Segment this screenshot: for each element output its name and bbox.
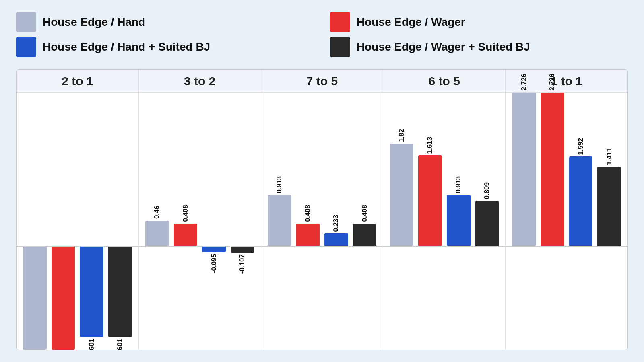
bar-wrapper-3-0: 1.82 xyxy=(389,93,414,350)
bar-label-2-2: 0.233 xyxy=(332,215,340,232)
bars-container-3: 1.821.6130.9130.809 xyxy=(383,93,505,350)
header-text-0: 2 to 1 xyxy=(62,74,93,88)
legend-item-wager: House Edge / Wager xyxy=(330,12,628,32)
bar-wrapper-1-1: 0.408 xyxy=(173,93,198,350)
bar-label-1-2: -0.095 xyxy=(210,254,218,273)
bar-label-3-0: 1.82 xyxy=(398,129,406,142)
bar-wrapper-0-3: -1.601 xyxy=(107,93,133,350)
bar-wrapper-2-1: 0.408 xyxy=(295,93,320,350)
bar-wrapper-3-1: 1.613 xyxy=(417,93,443,350)
bar-label-2-1: 0.408 xyxy=(304,205,312,222)
bar-label-2-0: 0.913 xyxy=(275,176,283,193)
zero-line-0 xyxy=(17,246,138,247)
bar-wrapper-4-2: 1.592 xyxy=(568,93,594,350)
bar-wrapper-1-0: 0.46 xyxy=(144,93,170,350)
bar-label-4-0: 2.726 xyxy=(520,74,528,91)
bar-wrapper-1-3: -0.107 xyxy=(230,93,255,350)
bar-label-4-2: 1.592 xyxy=(577,138,585,155)
bar-wrapper-4-3: 1.411 xyxy=(597,93,622,350)
bars-container-4: 2.7262.7261.5921.411 xyxy=(506,93,627,350)
legend-swatch-wager xyxy=(330,12,350,32)
bar-label-3-1: 1.613 xyxy=(426,137,434,154)
bar-wrapper-4-0: 2.726 xyxy=(511,93,537,350)
zero-line-3 xyxy=(383,246,505,247)
bar-wrapper-2-0: 0.913 xyxy=(267,93,292,350)
bar-label-2-3: 0.408 xyxy=(361,205,369,222)
bar-label-3-2: 0.913 xyxy=(454,176,462,193)
legend-swatch-wager-suited xyxy=(330,37,350,57)
bar-label-1-0: 0.46 xyxy=(153,206,161,219)
bar-label-1-3: -0.107 xyxy=(238,254,246,274)
legend-item-wager-suited: House Edge / Wager + Suited BJ xyxy=(330,37,628,57)
chart-col-3: 1.821.6130.9130.809 xyxy=(383,93,506,350)
legend: House Edge / Hand House Edge / Wager Hou… xyxy=(16,12,628,57)
chart-col-0: -1.82-1.82-1.601-1.601 xyxy=(17,93,139,350)
chart-col-1: 0.460.408-0.095-0.107 xyxy=(139,93,261,350)
bar-wrapper-1-2: -0.095 xyxy=(201,93,227,350)
bar-label-4-1: 2.726 xyxy=(548,74,556,91)
bar-wrapper-4-1: 2.726 xyxy=(540,93,565,350)
bar-wrapper-2-3: 0.408 xyxy=(352,93,378,350)
header-1: 3 to 2 xyxy=(139,70,261,92)
bar-wrapper-3-2: 0.913 xyxy=(446,93,471,350)
legend-label-wager: House Edge / Wager xyxy=(357,16,465,29)
zero-line-2 xyxy=(261,246,383,247)
legend-swatch-hand-suited xyxy=(16,37,36,57)
chart-container: 2 to 13 to 27 to 56 to 51 to 1 -1.82-1.8… xyxy=(16,69,628,350)
legend-swatch-hand xyxy=(16,12,36,32)
bars-container-1: 0.460.408-0.095-0.107 xyxy=(139,93,261,350)
header-text-1: 3 to 2 xyxy=(184,74,215,88)
chart-body: -1.82-1.82-1.601-1.6010.460.408-0.095-0.… xyxy=(17,93,627,350)
bar-wrapper-3-3: 0.809 xyxy=(475,93,500,350)
header-3: 6 to 5 xyxy=(383,70,506,92)
bar-label-0-3: -1.601 xyxy=(116,339,124,350)
zero-line-1 xyxy=(139,246,261,247)
legend-label-wager-suited: House Edge / Wager + Suited BJ xyxy=(357,41,530,53)
chart-col-2: 0.9130.4080.2330.408 xyxy=(261,93,384,350)
legend-item-hand: House Edge / Hand xyxy=(16,12,314,32)
bar-label-3-3: 0.809 xyxy=(483,182,491,200)
legend-label-hand-suited: House Edge / Hand + Suited BJ xyxy=(43,41,210,53)
header-text-2: 7 to 5 xyxy=(306,74,338,88)
bar-wrapper-0-2: -1.601 xyxy=(79,93,104,350)
bar-label-1-1: 0.408 xyxy=(182,205,190,222)
bar-label-0-2: -1.601 xyxy=(88,339,96,350)
legend-item-hand-suited: House Edge / Hand + Suited BJ xyxy=(16,37,314,57)
bar-wrapper-2-2: 0.233 xyxy=(324,93,349,350)
header-text-3: 6 to 5 xyxy=(429,74,460,88)
bars-container-0: -1.82-1.82-1.601-1.601 xyxy=(17,93,138,350)
header-0: 2 to 1 xyxy=(17,70,139,92)
zero-line-4 xyxy=(506,246,627,247)
legend-label-hand: House Edge / Hand xyxy=(43,16,145,29)
bars-container-2: 0.9130.4080.2330.408 xyxy=(261,93,383,350)
bar-label-4-3: 1.411 xyxy=(605,148,613,165)
bar-wrapper-0-0: -1.82 xyxy=(22,93,47,350)
bar-wrapper-0-1: -1.82 xyxy=(51,93,76,350)
chart-col-4: 2.7262.7261.5921.411 xyxy=(506,93,627,350)
header-2: 7 to 5 xyxy=(261,70,384,92)
